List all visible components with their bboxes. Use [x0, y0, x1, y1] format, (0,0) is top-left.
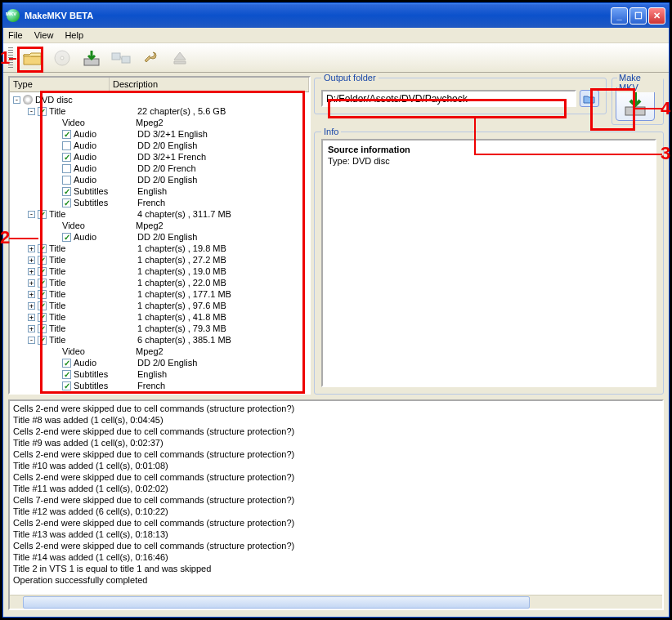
- make-mkv-legend: Make MKV: [617, 73, 663, 92]
- settings-button[interactable]: [139, 47, 162, 69]
- tree-row[interactable]: ✓AudioDD 3/2+1 French: [10, 151, 309, 163]
- menu-view[interactable]: View: [34, 30, 54, 40]
- output-folder-input[interactable]: [321, 90, 576, 107]
- expand-toggle[interactable]: -: [28, 108, 35, 115]
- tree-row[interactable]: VideoMpeg2: [10, 346, 309, 357]
- tree-row[interactable]: VideoMpeg2: [10, 117, 309, 128]
- checkbox[interactable]: ✓: [62, 187, 71, 196]
- checkbox[interactable]: ✓: [38, 301, 47, 310]
- tree-row[interactable]: ✓AudioDD 2/0 English: [10, 231, 309, 243]
- log-line: Cells 2-end were skipped due to cell com…: [13, 471, 659, 483]
- info-content: Source information Type: DVD disc: [321, 139, 656, 387]
- tree-row[interactable]: ✓AudioDD 2/0 English: [10, 357, 309, 368]
- tree-item-name: Subtitles: [74, 186, 137, 196]
- checkbox[interactable]: ✓: [38, 313, 47, 322]
- tree-row[interactable]: AudioDD 2/0 English: [10, 174, 309, 185]
- stream-button[interactable]: [110, 47, 132, 69]
- column-type[interactable]: Type: [10, 78, 110, 91]
- tree-row[interactable]: +✓Title1 chapter(s) , 688.4 MB: [10, 391, 309, 393]
- tree-row[interactable]: +✓Title1 chapter(s) , 19.0 MB: [10, 265, 309, 277]
- tree-item-name: Title: [49, 323, 137, 333]
- tree-item-name: DVD disc: [35, 95, 150, 105]
- tree-row[interactable]: ✓SubtitlesEnglish: [10, 185, 309, 197]
- tree-row[interactable]: AudioDD 2/0 English: [10, 140, 309, 151]
- tree-row[interactable]: -✓Title4 chapter(s) , 311.7 MB: [10, 208, 309, 220]
- log-scroll-thumb[interactable]: [23, 596, 530, 609]
- log-scrollbar[interactable]: [10, 595, 662, 609]
- checkbox[interactable]: ✓: [38, 244, 47, 253]
- checkbox[interactable]: ✓: [38, 210, 47, 219]
- checkbox[interactable]: ✓: [38, 256, 47, 265]
- tree-row[interactable]: -✓Title22 chapter(s) , 5.6 GB: [10, 105, 309, 117]
- tree-row[interactable]: VideoMpeg2: [10, 220, 309, 231]
- checkbox[interactable]: ✓: [38, 107, 47, 116]
- open-folder-button[interactable]: [21, 47, 44, 69]
- expand-toggle[interactable]: +: [28, 256, 35, 264]
- tree-row[interactable]: ✓SubtitlesFrench: [10, 380, 309, 391]
- tree-item-name: Video: [62, 346, 136, 356]
- checkbox[interactable]: ✓: [62, 198, 71, 207]
- menu-file[interactable]: File: [8, 30, 23, 40]
- checkbox[interactable]: ✓: [38, 279, 47, 288]
- tree-row[interactable]: +✓Title1 chapter(s) , 97.6 MB: [10, 300, 309, 311]
- expand-toggle[interactable]: +: [28, 314, 35, 321]
- folder-small-icon: [583, 93, 596, 105]
- tree-row[interactable]: +✓Title1 chapter(s) , 41.8 MB: [10, 311, 309, 323]
- output-folder-group: Output folder: [314, 78, 607, 114]
- log-line: Title #11 was added (1 cell(s), 0:02:02): [13, 483, 659, 494]
- tree-row[interactable]: +✓Title1 chapter(s) , 19.8 MB: [10, 243, 309, 254]
- tree-item-name: Title: [49, 392, 137, 393]
- save-button[interactable]: [80, 47, 103, 69]
- checkbox[interactable]: ✓: [38, 393, 47, 394]
- checkbox[interactable]: ✓: [62, 370, 71, 379]
- checkbox[interactable]: ✓: [38, 290, 47, 299]
- expand-toggle[interactable]: +: [28, 268, 35, 275]
- checkbox[interactable]: ✓: [38, 267, 47, 276]
- expand-toggle[interactable]: -: [28, 211, 35, 218]
- log-line: Cells 2-end were skipped due to cell com…: [13, 540, 659, 551]
- column-description[interactable]: Description: [110, 78, 309, 91]
- open-disc-button[interactable]: [51, 47, 74, 69]
- tree-row[interactable]: AudioDD 2/0 French: [10, 163, 309, 174]
- checkbox[interactable]: ✓: [38, 336, 47, 345]
- expand-toggle[interactable]: -: [13, 96, 20, 104]
- checkbox[interactable]: ✓: [62, 359, 71, 368]
- tree-item-desc: Mpeg2: [136, 118, 164, 127]
- tree-row[interactable]: ✓SubtitlesFrench: [10, 197, 309, 208]
- menu-help[interactable]: Help: [65, 30, 83, 40]
- titlebar[interactable]: MakeMKV BETA _ ☐ ✕: [3, 3, 669, 28]
- tree-row[interactable]: +✓Title1 chapter(s) , 27.2 MB: [10, 254, 309, 265]
- log-line: Title #13 was added (1 cell(s), 0:18:13): [13, 529, 659, 540]
- checkbox[interactable]: [62, 141, 71, 150]
- tree-row[interactable]: +✓Title1 chapter(s) , 79.3 MB: [10, 323, 309, 334]
- tree-row[interactable]: +✓Title1 chapter(s) , 177.1 MB: [10, 288, 309, 300]
- log-body[interactable]: Cells 2-end were skipped due to cell com…: [10, 401, 662, 595]
- expand-toggle[interactable]: -: [28, 337, 35, 344]
- expand-toggle[interactable]: +: [28, 245, 35, 252]
- expand-toggle[interactable]: +: [28, 279, 35, 287]
- checkbox[interactable]: ✓: [62, 153, 71, 162]
- tree-row[interactable]: -DVD disc: [10, 94, 309, 105]
- checkbox[interactable]: [62, 164, 71, 173]
- close-button[interactable]: ✕: [648, 7, 665, 25]
- log-line: Title #8 was added (1 cell(s), 0:04:45): [13, 414, 659, 426]
- tree-item-name: Title: [49, 278, 137, 288]
- tree-row[interactable]: ✓SubtitlesEnglish: [10, 368, 309, 380]
- checkbox[interactable]: ✓: [62, 381, 71, 390]
- expand-toggle[interactable]: +: [28, 302, 35, 310]
- maximize-button[interactable]: ☐: [629, 7, 647, 25]
- minimize-button[interactable]: _: [611, 7, 628, 25]
- checkbox[interactable]: ✓: [62, 233, 71, 242]
- checkbox[interactable]: ✓: [38, 324, 47, 333]
- tree-body[interactable]: -DVD disc-✓Title22 chapter(s) , 5.6 GBVi…: [10, 92, 309, 393]
- expand-toggle[interactable]: +: [28, 291, 35, 298]
- expand-toggle[interactable]: +: [28, 325, 35, 332]
- checkbox[interactable]: [62, 176, 71, 185]
- checkbox[interactable]: ✓: [62, 130, 71, 139]
- tree-row[interactable]: ✓AudioDD 3/2+1 English: [10, 128, 309, 140]
- tree-item-desc: DD 2/0 English: [137, 175, 197, 185]
- browse-folder-button[interactable]: [580, 90, 599, 107]
- tree-row[interactable]: -✓Title6 chapter(s) , 385.1 MB: [10, 334, 309, 346]
- eject-button[interactable]: [168, 47, 191, 69]
- tree-row[interactable]: +✓Title1 chapter(s) , 22.0 MB: [10, 277, 309, 288]
